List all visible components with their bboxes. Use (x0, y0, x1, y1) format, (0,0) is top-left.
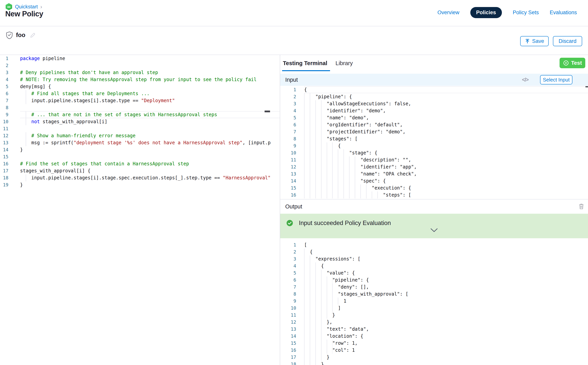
indent-guides (304, 340, 332, 347)
code-line[interactable]: 8"stages": [ (280, 135, 588, 142)
indent-guides (304, 100, 327, 107)
output-editor-lines: 1[2{3"expressions": [4{5"value": {6"pipe… (280, 241, 588, 365)
line-number: 3 (0, 69, 8, 76)
test-button[interactable]: Test (560, 58, 585, 68)
code-line[interactable]: 12}, (280, 319, 588, 326)
code-line[interactable]: 16# Find the set of stages that contain … (0, 160, 280, 167)
code-line[interactable]: 6"pipeline": { (280, 276, 588, 283)
code-icon[interactable]: </> (522, 77, 528, 83)
policy-code-editor[interactable]: 1package pipeline23# Deny pipelines that… (0, 55, 280, 365)
code-line[interactable]: 6"orgIdentifier": "default", (280, 121, 588, 128)
policy-shield-icon (6, 31, 13, 40)
code-line[interactable]: 1[ (280, 241, 588, 248)
code-line[interactable]: 6# Find all stages that are Deployments … (0, 90, 280, 97)
code-line[interactable]: 10not stages_with_approval[i] (0, 118, 280, 125)
indent-guides (304, 298, 343, 305)
indent-guides (304, 191, 383, 198)
indent-guides (304, 149, 349, 156)
code-line[interactable]: 14"location": { (280, 333, 588, 340)
indent-guides (20, 111, 31, 118)
code-line[interactable]: 8 (0, 104, 280, 111)
code-line[interactable]: 13"name": "OPA check", (280, 170, 588, 177)
code-line[interactable]: 19} (0, 181, 280, 188)
code-line[interactable]: 4"identifier": "demo", (280, 107, 588, 114)
indent-guides (304, 156, 360, 163)
code-line[interactable]: 7input.pipeline.stages[i].stage.type == … (0, 97, 280, 104)
code-line[interactable]: 16"steps": [ (280, 191, 588, 198)
code-line[interactable]: 2"pipeline": { (280, 93, 588, 100)
indent-guides (304, 347, 332, 354)
code-line[interactable]: 18} (280, 361, 588, 365)
save-button[interactable]: Save (520, 36, 549, 46)
code-line[interactable]: 5"value": { (280, 269, 588, 276)
line-number: 1 (280, 86, 296, 93)
page-title: New Policy (5, 10, 43, 18)
tab-library[interactable]: Library (335, 60, 353, 66)
chevron-down-icon[interactable] (430, 228, 438, 233)
indent-guides (304, 135, 327, 142)
output-json-editor[interactable]: 1[2{3"expressions": [4{5"value": {6"pipe… (280, 241, 588, 365)
code-line[interactable]: 2{ (280, 248, 588, 255)
code-line[interactable]: 5deny[msg] { (0, 83, 280, 90)
line-number: 4 (0, 76, 8, 83)
edit-pencil-icon[interactable] (30, 32, 36, 39)
indent-guides (304, 177, 360, 184)
code-line[interactable]: 12# Show a human-friendly error message (0, 132, 280, 139)
nav-evaluations[interactable]: Evaluations (550, 10, 577, 16)
code-line[interactable]: 7"projectIdentifier": "demo", (280, 128, 588, 135)
code-line[interactable]: 11 (0, 125, 280, 132)
code-line[interactable]: 9{ (280, 142, 588, 149)
code-line[interactable]: 14"spec": { (280, 177, 588, 184)
line-number: 6 (280, 121, 296, 128)
upload-icon (525, 38, 530, 44)
indent-guides (304, 283, 338, 290)
code-line[interactable]: 4{ (280, 262, 588, 269)
code-line[interactable]: 91 (280, 298, 588, 305)
indent-guides (304, 93, 315, 100)
code-line[interactable]: 9# ... that are not in the set of stages… (0, 111, 280, 118)
breadcrumb-project-link[interactable]: Quickstart (15, 4, 38, 10)
code-line[interactable]: 11} (280, 312, 588, 319)
play-circle-icon (563, 60, 569, 66)
code-line[interactable]: 1{ (280, 86, 588, 93)
discard-button[interactable]: Discard (553, 36, 582, 46)
code-line[interactable]: 7"deny": [], (280, 283, 588, 290)
nav-overview[interactable]: Overview (438, 10, 459, 16)
code-line[interactable]: 15"row": 1, (280, 340, 588, 347)
code-line[interactable]: 8"stages_with_approval": [ (280, 290, 588, 298)
code-line[interactable]: 11"description": "", (280, 156, 588, 163)
code-line[interactable]: 10] (280, 305, 588, 312)
code-line[interactable]: 12"identifier": "app", (280, 163, 588, 170)
code-line[interactable]: 3"allowStageExecutions": false, (280, 100, 588, 107)
select-input-button[interactable]: Select Input (540, 75, 572, 84)
code-line[interactable]: 3# Deny pipelines that don't have an app… (0, 69, 280, 76)
active-tab-underline (282, 70, 330, 71)
code-line[interactable]: 17} (280, 354, 588, 361)
code-line[interactable]: 15 (0, 153, 280, 160)
policy-editor-lines: 1package pipeline23# Deny pipelines that… (0, 55, 280, 188)
code-line[interactable]: 16"col": 1 (280, 347, 588, 354)
output-section-header: Output (280, 199, 588, 214)
line-number: 7 (0, 97, 8, 104)
code-line[interactable]: 4# NOTE: Try removing the HarnessApprova… (0, 76, 280, 83)
line-number: 2 (280, 248, 296, 255)
code-line[interactable]: 2 (0, 62, 280, 69)
input-json-editor[interactable]: 1{2"pipeline": {3"allowStageExecutions":… (280, 86, 588, 199)
code-line[interactable]: 13"text": "data", (280, 326, 588, 333)
code-line[interactable]: 13msg := sprintf("deployment stage '%s' … (0, 139, 280, 146)
code-line[interactable]: 18input.pipeline.stages[i].stage.spec.ex… (0, 174, 280, 181)
tab-testing-terminal[interactable]: Testing Terminal (283, 60, 327, 66)
nav-policy-sets[interactable]: Policy Sets (513, 10, 539, 16)
code-line[interactable]: 5"name": "demo", (280, 114, 588, 121)
line-number: 12 (280, 163, 296, 170)
code-line[interactable]: 1package pipeline (0, 55, 280, 62)
indent-guides (20, 139, 31, 146)
code-line[interactable]: 15"execution": { (280, 184, 588, 191)
indent-guides (304, 319, 327, 326)
trash-icon[interactable] (578, 203, 584, 211)
code-line[interactable]: 14} (0, 146, 280, 153)
code-line[interactable]: 17stages_with_approval[i] { (0, 167, 280, 174)
code-line[interactable]: 3"expressions": [ (280, 255, 588, 262)
nav-policies-active[interactable]: Policies (470, 7, 502, 18)
code-line[interactable]: 10"stage": { (280, 149, 588, 156)
